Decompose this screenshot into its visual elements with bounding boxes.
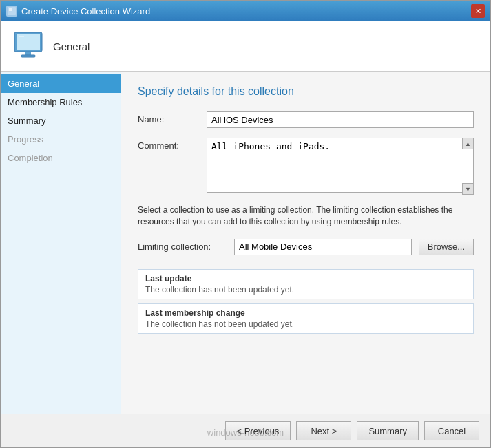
cancel-button[interactable]: Cancel xyxy=(424,421,479,440)
comment-textarea[interactable]: All iPhones and iPads. xyxy=(207,138,474,193)
header-title: General xyxy=(53,41,90,52)
section-title: Specify details for this collection xyxy=(138,85,474,98)
browse-button[interactable]: Browse... xyxy=(419,239,474,255)
title-bar-left: Create Device Collection Wizard xyxy=(6,6,150,17)
comment-row: Comment: All iPhones and iPads. ▲ ▼ xyxy=(138,138,474,195)
svg-rect-1 xyxy=(9,8,12,11)
close-button[interactable]: ✕ xyxy=(471,4,485,18)
sidebar-item-summary[interactable]: Summary xyxy=(1,111,121,130)
last-update-box: Last update The collection has not been … xyxy=(138,269,474,299)
name-input[interactable] xyxy=(207,111,474,128)
name-label: Name: xyxy=(138,111,207,125)
previous-button[interactable]: < Previous xyxy=(225,421,291,440)
comment-label: Comment: xyxy=(138,138,207,151)
wizard-window: Create Device Collection Wizard ✕ Genera… xyxy=(0,0,491,448)
limiting-collection-row: Limiting collection: Browse... xyxy=(138,239,474,255)
svg-rect-5 xyxy=(21,55,35,57)
limiting-info-text: Select a collection to use as a limiting… xyxy=(138,204,474,228)
sidebar-item-membership-rules[interactable]: Membership Rules xyxy=(1,93,121,111)
header-area: General xyxy=(1,21,490,72)
main-content: Specify details for this collection Name… xyxy=(121,72,490,414)
footer: windows-noob.com < Previous Next > Summa… xyxy=(1,414,490,447)
last-membership-title: Last membership change xyxy=(145,308,466,318)
window-icon xyxy=(6,6,17,17)
sidebar-item-completion: Completion xyxy=(1,149,121,167)
scroll-up-button[interactable]: ▲ xyxy=(462,138,474,149)
sidebar: General Membership Rules Summary Progres… xyxy=(1,72,121,414)
summary-button[interactable]: Summary xyxy=(357,421,419,440)
name-row: Name: xyxy=(138,111,474,128)
title-bar: Create Device Collection Wizard ✕ xyxy=(1,1,490,21)
content-area: General Membership Rules Summary Progres… xyxy=(1,72,490,414)
last-membership-box: Last membership change The collection ha… xyxy=(138,303,474,334)
sidebar-item-general[interactable]: General xyxy=(1,74,121,93)
comment-wrapper: All iPhones and iPads. ▲ ▼ xyxy=(207,138,474,195)
last-update-title: Last update xyxy=(145,274,466,284)
next-button[interactable]: Next > xyxy=(296,421,351,440)
scroll-down-button[interactable]: ▼ xyxy=(462,183,474,195)
last-update-text: The collection has not been updated yet. xyxy=(145,285,466,295)
limiting-collection-input[interactable] xyxy=(234,239,412,255)
window-title: Create Device Collection Wizard xyxy=(21,6,150,17)
header-icon xyxy=(12,30,45,63)
limiting-collection-label: Limiting collection: xyxy=(138,242,227,252)
sidebar-item-progress: Progress xyxy=(1,130,121,149)
last-membership-text: The collection has not been updated yet. xyxy=(145,319,466,329)
